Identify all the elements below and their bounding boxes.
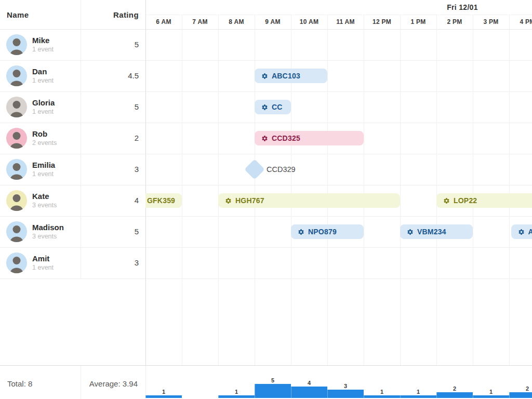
resource-row: Dan1 event4.5 xyxy=(0,60,145,91)
avatar xyxy=(6,34,27,55)
event-CC[interactable]: CC xyxy=(255,100,291,114)
resource-name: Dan xyxy=(32,67,47,76)
event-label: A xyxy=(528,228,532,236)
person-silhouette-icon xyxy=(6,221,27,242)
histogram-value: 1 xyxy=(145,389,182,395)
name-column-header: Name xyxy=(7,10,29,19)
avatar xyxy=(6,97,27,117)
grid-line xyxy=(400,15,401,365)
avatar xyxy=(6,190,27,211)
avatar xyxy=(6,128,27,149)
event-label: ABC103 xyxy=(272,72,300,80)
histogram-value: 2 xyxy=(509,385,532,392)
event-label: HGH767 xyxy=(235,196,264,205)
histogram-bar xyxy=(327,390,364,398)
gear-icon xyxy=(225,197,232,204)
person-silhouette-icon xyxy=(6,190,27,211)
resource-event-count: 3 events xyxy=(32,202,57,209)
gear-icon xyxy=(407,229,414,235)
grid-line xyxy=(327,15,328,365)
avatar xyxy=(6,221,27,242)
person-silhouette-icon xyxy=(6,97,27,117)
resource-row: Amit1 event3 xyxy=(0,247,145,278)
summary-total: Total: 8 xyxy=(7,379,32,388)
histogram-value: 1 xyxy=(218,389,255,395)
histogram-bar xyxy=(291,387,327,398)
histogram-value: 4 xyxy=(291,380,327,386)
histogram-bar xyxy=(473,395,509,398)
grid-line xyxy=(255,15,255,365)
person-silhouette-icon xyxy=(6,65,27,86)
resource-rating: 2 xyxy=(81,134,139,142)
event-label: GFK359 xyxy=(147,196,175,205)
resource-rating: 5 xyxy=(81,40,139,49)
grid-line xyxy=(364,15,364,365)
resource-event-count: 1 event xyxy=(32,108,54,115)
avatar xyxy=(6,65,27,86)
histogram-value: 1 xyxy=(473,389,509,395)
event-HGH767[interactable]: HGH767 xyxy=(218,193,400,208)
resource-event-count: 1 event xyxy=(32,77,54,84)
histogram-bar xyxy=(145,395,182,398)
histogram-value: 1 xyxy=(364,389,400,395)
resource-row: Rob2 events2 xyxy=(0,123,145,154)
histogram-bar xyxy=(255,384,291,398)
histogram-value: 2 xyxy=(436,385,473,392)
histogram-value: 3 xyxy=(327,383,364,389)
grid-line xyxy=(436,15,437,365)
resource-rating: 5 xyxy=(81,227,139,236)
event-CCD325[interactable]: CCD325 xyxy=(255,131,364,145)
resource-row: Gloria1 event5 xyxy=(0,91,145,123)
event-label: VBM234 xyxy=(417,228,446,236)
gear-icon xyxy=(518,229,525,235)
event-ABC103[interactable]: ABC103 xyxy=(255,69,327,83)
person-silhouette-icon xyxy=(6,128,27,149)
resource-row: Madison3 events5 xyxy=(0,216,145,247)
event-GFK359[interactable]: GFK359 xyxy=(145,193,182,208)
resource-event-count: 3 events xyxy=(32,233,57,240)
person-silhouette-icon xyxy=(6,159,27,180)
resource-event-count: 1 event xyxy=(32,46,54,53)
histogram-bar xyxy=(436,392,473,398)
resource-name: Rob xyxy=(32,129,47,138)
grid-line xyxy=(182,15,182,365)
resource-rating: 4.5 xyxy=(81,71,139,80)
avatar xyxy=(6,159,27,180)
event-NPO879[interactable]: NPO879 xyxy=(291,224,364,239)
rating-column-header: Rating xyxy=(81,10,139,19)
histogram-bar xyxy=(218,395,255,398)
milestone-CCD329[interactable] xyxy=(244,159,265,180)
resource-name: Madison xyxy=(32,223,64,232)
gear-icon xyxy=(261,104,268,111)
resource-event-count: 1 event xyxy=(32,170,54,178)
gear-icon xyxy=(443,197,450,204)
resource-name: Kate xyxy=(32,192,49,201)
person-silhouette-icon xyxy=(6,252,27,273)
resource-row: Mike1 event5 xyxy=(0,29,145,60)
resource-name: Emilia xyxy=(32,161,55,169)
scheduler-app: Fri 12/01 6 AM7 AM8 AM9 AM10 AM11 AM12 P… xyxy=(0,0,532,399)
grid-line xyxy=(509,15,510,365)
histogram-value: 1 xyxy=(400,389,436,395)
timeline-grid: ABC103CCCCD325CCD329GFK359HGH767LOP22NPO… xyxy=(145,0,532,365)
resource-rating: 3 xyxy=(81,258,139,267)
gear-icon xyxy=(261,135,268,142)
event-label: CCD325 xyxy=(272,134,300,142)
event-label: LOP22 xyxy=(454,196,477,205)
event-histogram: 1154311212 xyxy=(145,366,532,399)
event-VBM234[interactable]: VBM234 xyxy=(400,224,473,239)
event-label: CC xyxy=(272,103,283,111)
histogram-value: 5 xyxy=(255,377,291,383)
resource-rating: 4 xyxy=(81,196,139,205)
event-A[interactable]: A xyxy=(511,224,532,239)
grid-line xyxy=(218,15,219,365)
event-label: NPO879 xyxy=(308,228,337,236)
resource-rating: 3 xyxy=(81,165,139,174)
histogram-bar xyxy=(400,395,436,398)
avatar xyxy=(6,252,27,273)
resource-name: Amit xyxy=(32,254,49,263)
resource-row: Emilia1 event3 xyxy=(0,154,145,185)
resource-event-count: 1 event xyxy=(32,264,54,271)
event-LOP22[interactable]: LOP22 xyxy=(436,193,532,208)
gear-icon xyxy=(298,229,304,235)
